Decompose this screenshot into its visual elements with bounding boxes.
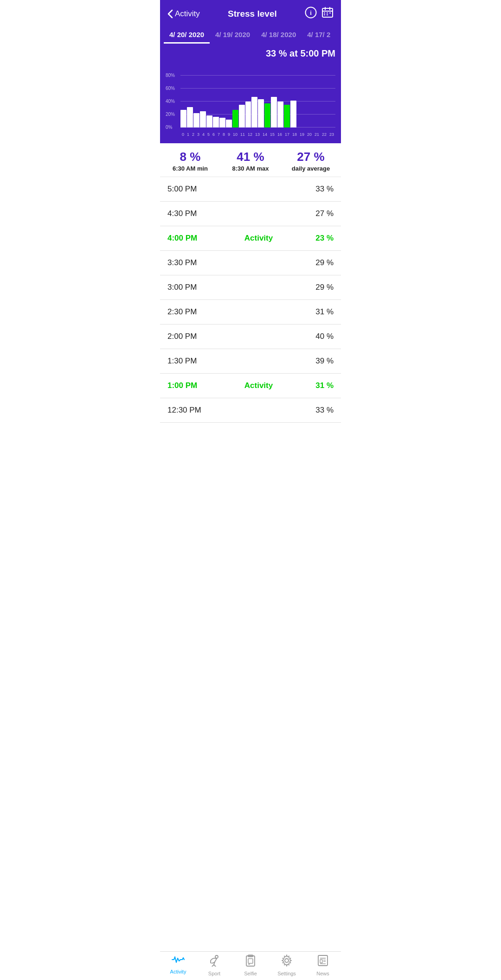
bar-23	[329, 63, 335, 127]
bar-12	[258, 63, 264, 127]
bar-10	[245, 63, 251, 127]
stats-row: 8 % 6:30 AM min 41 % 8:30 AM max 27 % da…	[160, 143, 341, 177]
list-value-3: 29 %	[308, 258, 334, 267]
x-label-19: 19	[300, 132, 304, 137]
bar-18	[297, 63, 303, 127]
x-label-14: 14	[263, 132, 267, 137]
x-label-10: 10	[233, 132, 238, 137]
bar-20	[310, 63, 316, 127]
svg-rect-9	[324, 14, 325, 15]
bar-13	[264, 63, 270, 127]
back-label: Activity	[175, 9, 200, 19]
x-axis: 01234567891011121314151617181920212223	[180, 132, 335, 137]
bar-7	[226, 63, 232, 127]
bar-0	[180, 63, 186, 127]
list-value-9: 33 %	[308, 406, 334, 415]
x-label-5: 5	[207, 132, 210, 137]
date-tab-1[interactable]: 4/ 19/ 2020	[210, 26, 256, 44]
list-row-5: 2:30 PM31 %	[160, 300, 341, 325]
list-value-1: 27 %	[308, 209, 334, 218]
svg-rect-6	[324, 13, 325, 13]
list-activity-label-2: Activity	[209, 234, 308, 243]
back-button[interactable]: Activity	[167, 9, 200, 19]
list-activity-label-8: Activity	[209, 381, 308, 390]
calendar-icon[interactable]	[321, 6, 334, 21]
header-actions: i	[305, 6, 334, 21]
stat-avg-label: daily average	[281, 165, 341, 172]
bar-2	[193, 63, 199, 127]
stat-min: 8 % 6:30 AM min	[160, 150, 220, 172]
x-label-13: 13	[255, 132, 260, 137]
header: Activity Stress level i	[160, 0, 341, 26]
list-time-1: 4:30 PM	[167, 209, 209, 218]
x-label-18: 18	[292, 132, 297, 137]
bar-3	[200, 63, 206, 127]
chart-container: 80% 60% 40% 20% 0% 012345678910111213141…	[166, 63, 335, 137]
bar-22	[323, 63, 329, 127]
list-row-3: 3:30 PM29 %	[160, 251, 341, 275]
list-time-5: 2:30 PM	[167, 307, 209, 317]
bar-4	[206, 63, 212, 127]
stat-avg: 27 % daily average	[281, 150, 341, 172]
x-label-4: 4	[202, 132, 205, 137]
bar-15	[277, 63, 283, 127]
list-time-9: 12:30 PM	[167, 406, 209, 415]
list-value-4: 29 %	[308, 283, 334, 292]
list-value-2: 23 %	[308, 234, 334, 243]
x-label-20: 20	[307, 132, 312, 137]
svg-rect-7	[327, 13, 328, 13]
bar-1	[187, 63, 193, 127]
x-label-21: 21	[315, 132, 319, 137]
x-label-8: 8	[223, 132, 225, 137]
date-tab-0[interactable]: 4/ 20/ 2020	[164, 26, 210, 44]
date-tab-2[interactable]: 4/ 18/ 2020	[256, 26, 302, 44]
list-value-6: 40 %	[308, 332, 334, 341]
info-icon[interactable]: i	[305, 6, 317, 21]
list-time-3: 3:30 PM	[167, 258, 209, 267]
x-label-9: 9	[228, 132, 230, 137]
x-label-16: 16	[277, 132, 282, 137]
x-label-15: 15	[270, 132, 275, 137]
bar-11	[251, 63, 257, 127]
bar-6	[219, 63, 225, 127]
list-time-0: 5:00 PM	[167, 185, 209, 194]
bar-8	[232, 63, 238, 127]
stat-min-label: 6:30 AM min	[160, 165, 220, 172]
x-label-22: 22	[322, 132, 327, 137]
x-label-2: 2	[192, 132, 194, 137]
x-label-7: 7	[218, 132, 220, 137]
stat-avg-value: 27 %	[281, 150, 341, 164]
bar-19	[303, 63, 309, 127]
list-value-7: 39 %	[308, 356, 334, 366]
x-label-12: 12	[248, 132, 252, 137]
list-row-2: 4:00 PMActivity23 %	[160, 226, 341, 251]
bar-9	[239, 63, 245, 127]
stat-min-value: 8 %	[160, 150, 220, 164]
date-tab-3[interactable]: 4/ 17/ 2	[302, 26, 336, 44]
bar-21	[316, 63, 322, 127]
x-label-3: 3	[197, 132, 199, 137]
list-row-6: 2:00 PM40 %	[160, 325, 341, 349]
bar-14	[271, 63, 277, 127]
page-title: Stress level	[228, 9, 277, 19]
list-value-0: 33 %	[308, 185, 334, 194]
list-time-2: 4:00 PM	[167, 234, 209, 243]
stat-max: 41 % 8:30 AM max	[220, 150, 281, 172]
x-label-6: 6	[212, 132, 215, 137]
x-label-17: 17	[285, 132, 289, 137]
list-time-6: 2:00 PM	[167, 332, 209, 341]
list-time-7: 1:30 PM	[167, 356, 209, 366]
bar-16	[284, 63, 290, 127]
list-time-8: 1:00 PM	[167, 381, 209, 390]
stat-max-value: 41 %	[220, 150, 281, 164]
stress-list: 5:00 PM33 %4:30 PM27 %4:00 PMActivity23 …	[160, 177, 341, 423]
list-row-1: 4:30 PM27 %	[160, 202, 341, 226]
list-row-7: 1:30 PM39 %	[160, 349, 341, 374]
list-row-8: 1:00 PMActivity31 %	[160, 374, 341, 398]
svg-rect-8	[329, 13, 331, 13]
x-label-23: 23	[329, 132, 334, 137]
list-row-4: 3:00 PM29 %	[160, 275, 341, 300]
list-row-0: 5:00 PM33 %	[160, 177, 341, 202]
svg-text:i: i	[310, 9, 312, 16]
svg-rect-10	[327, 14, 328, 15]
